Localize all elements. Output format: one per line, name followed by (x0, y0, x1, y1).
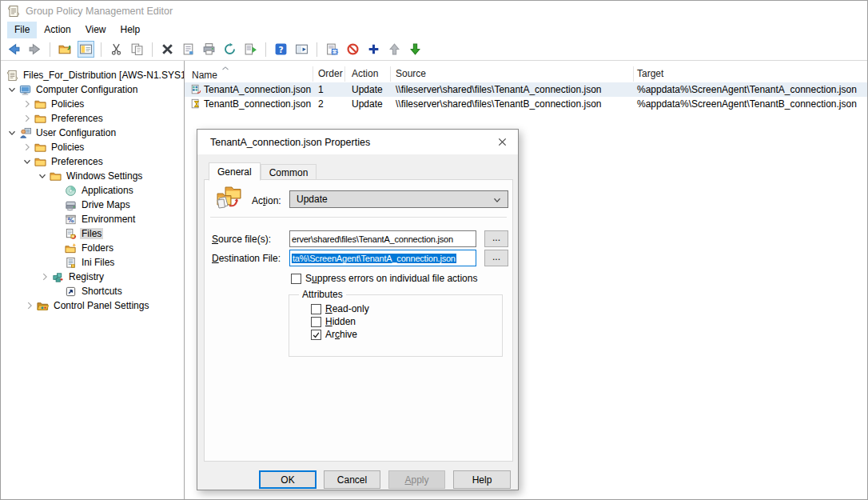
json-file-icon (190, 84, 201, 95)
drive-maps-icon (64, 198, 77, 211)
chevron-collapsed-icon[interactable] (38, 270, 51, 283)
column-header-source[interactable]: Source (391, 66, 634, 82)
archive-checkbox[interactable] (311, 330, 321, 340)
tree-item-shortcuts[interactable]: Shortcuts (1, 284, 184, 298)
suppress-errors-checkbox[interactable] (291, 274, 301, 284)
properties-icon[interactable] (181, 42, 196, 57)
copy-files-icon (216, 184, 241, 210)
show-console-tree-icon[interactable] (78, 42, 94, 57)
user-icon (18, 126, 31, 139)
menu-help[interactable]: Help (113, 22, 148, 38)
tree-item-root[interactable]: Files_For_Distribution [AWS-N1.SYS12 (1, 68, 184, 82)
hidden-label: Hidden (325, 316, 356, 327)
tree-item-control-panel-settings[interactable]: Control Panel Settings (1, 298, 184, 313)
source-file-input[interactable]: erver\shared\files\TenantA_connection.js… (289, 230, 476, 247)
tree-item-user-preferences[interactable]: Preferences (1, 154, 184, 169)
menu-action[interactable]: Action (37, 22, 78, 38)
folder-icon (34, 112, 46, 125)
hidden-checkbox[interactable] (311, 317, 321, 327)
column-header-action[interactable]: Action (345, 66, 391, 82)
table-row-tenant-b[interactable]: TenantB_connection.json 2 Update \\files… (185, 97, 867, 111)
files-icon (64, 227, 77, 240)
tree-item-computer-policies[interactable]: Policies (1, 97, 184, 111)
chevron-expanded-icon[interactable] (6, 126, 18, 139)
apply-button[interactable]: Apply (388, 470, 445, 489)
print-icon[interactable] (201, 42, 217, 57)
close-icon[interactable] (488, 132, 516, 151)
action-dropdown[interactable]: Update (289, 190, 508, 208)
column-header-name[interactable]: Name (185, 66, 313, 82)
tree-item-applications[interactable]: Applications (1, 183, 184, 198)
toolbar-separator (317, 42, 317, 57)
tree-item-computer-configuration[interactable]: Computer Configuration (1, 82, 184, 97)
suppress-errors-label: Suppress errors on individual file actio… (305, 273, 477, 284)
move-up-icon[interactable] (387, 42, 402, 57)
cancel-button[interactable]: Cancel (324, 470, 380, 489)
cut-icon[interactable] (109, 42, 124, 57)
chevron-expanded-icon[interactable] (36, 170, 49, 182)
chevron-collapsed-icon[interactable] (21, 98, 34, 110)
export-list-icon[interactable] (243, 42, 258, 57)
table-row-tenant-a[interactable]: TenantA_connection.json 1 Update \\files… (185, 82, 867, 97)
toolbar-separator (265, 42, 266, 57)
tree-item-ini-files[interactable]: Ini Files (1, 255, 184, 270)
tree-indent-spacer (51, 227, 64, 240)
help-icon[interactable] (273, 42, 289, 57)
chevron-collapsed-icon[interactable] (21, 141, 34, 154)
tree-item-user-policies[interactable]: Policies (1, 140, 184, 154)
chevron-collapsed-icon[interactable] (23, 299, 36, 312)
folder-icon (49, 170, 62, 182)
computer-icon (18, 83, 31, 96)
chevron-collapsed-icon[interactable] (21, 112, 34, 125)
tree-item-folders[interactable]: Folders (1, 241, 184, 255)
tree-item-drive-maps[interactable]: Drive Maps (1, 198, 184, 212)
folder-icon (34, 141, 46, 154)
source-browse-button[interactable]: ... (484, 230, 508, 247)
show-action-pane-icon[interactable] (294, 42, 309, 57)
control-panel-icon (36, 299, 49, 312)
tree-item-registry[interactable]: Registry (1, 270, 184, 284)
dialog-title: TenantA_connection.json Properties (210, 137, 370, 148)
move-down-icon[interactable] (408, 42, 423, 57)
copy-icon[interactable] (129, 42, 145, 57)
console-tree-pane: Files_For_Distribution [AWS-N1.SYS12 Com… (1, 61, 185, 499)
tree-item-user-configuration[interactable]: User Configuration (1, 126, 184, 140)
tree-item-windows-settings[interactable]: Windows Settings (1, 169, 184, 183)
back-icon[interactable] (6, 42, 22, 57)
destination-file-input[interactable]: ta%\ScreenAgent\TenantA_connection.json (289, 250, 476, 266)
read-only-row: Read-only (311, 303, 369, 314)
folder-icon (34, 155, 46, 168)
folder-icon (34, 98, 46, 110)
column-header-order[interactable]: Order (313, 66, 345, 82)
divider (210, 217, 507, 218)
column-header-target[interactable]: Target (634, 66, 867, 82)
attributes-groupbox: Attributes Read-only Hidden Archive (289, 294, 503, 357)
tree-indent-spacer (51, 256, 64, 269)
help-button[interactable]: Help (453, 470, 511, 489)
chevron-expanded-icon[interactable] (21, 155, 34, 168)
hidden-row: Hidden (311, 316, 356, 327)
up-one-level-icon[interactable] (58, 42, 73, 57)
gpo-scroll-icon (6, 69, 18, 82)
destination-browse-button[interactable]: ... (484, 250, 508, 266)
tree-item-files[interactable]: Files (1, 226, 184, 241)
tree-item-computer-preferences[interactable]: Preferences (1, 111, 184, 126)
read-only-checkbox[interactable] (311, 304, 321, 314)
add-icon[interactable] (366, 42, 381, 57)
ini-files-icon (64, 256, 77, 269)
suppress-errors-row: Suppress errors on individual file actio… (291, 273, 477, 284)
chevron-expanded-icon[interactable] (6, 83, 18, 96)
ok-button[interactable]: OK (259, 470, 317, 489)
forward-icon[interactable] (27, 42, 42, 57)
paste-icon[interactable] (325, 42, 340, 57)
refresh-icon[interactable] (222, 42, 237, 57)
tab-common[interactable]: Common (261, 164, 317, 180)
menu-view[interactable]: View (78, 22, 113, 38)
tab-general[interactable]: General (209, 162, 261, 181)
tree-item-environment[interactable]: Environment (1, 212, 184, 226)
source-file-label: Source file(s): (212, 234, 271, 245)
delete-icon[interactable] (160, 42, 175, 57)
menu-file[interactable]: File (7, 22, 37, 38)
stop-icon[interactable] (345, 42, 360, 57)
archive-label: Archive (325, 329, 357, 340)
